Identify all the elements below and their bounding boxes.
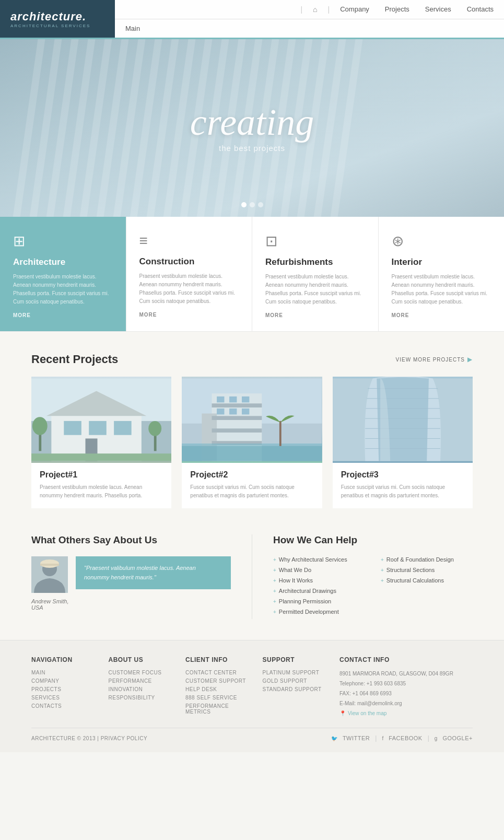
help-item-7[interactable]: + Roof & Foundation Design	[381, 556, 473, 563]
bullet-icon: +	[273, 578, 276, 584]
help-item-1[interactable]: + Why Architectural Services	[273, 556, 365, 563]
svg-rect-7	[114, 421, 132, 435]
social-twitter[interactable]: TWITTER	[343, 735, 370, 741]
svg-rect-23	[229, 396, 237, 402]
testimonial-quote-box: "Praesent valibulum molestie lacus. Aene…	[76, 556, 231, 589]
nav-top-links: Company Projects Services Contacts	[340, 5, 494, 13]
footer-support-standard[interactable]: STANDARD SUPPORT	[263, 686, 330, 692]
footer-nav-main[interactable]: MAIN	[31, 670, 98, 675]
footer-client-metrics[interactable]: PERFORMANCE METRICS	[185, 703, 252, 715]
view-more-projects[interactable]: VIEW MORE PROJECTS ▶	[396, 356, 473, 363]
project-img-3	[333, 377, 473, 463]
help-col-1: + Why Architectural Services + What We D…	[273, 556, 365, 619]
service-more-architecture[interactable]: MORE	[13, 312, 113, 318]
bullet-icon: +	[381, 578, 384, 584]
help-item-9[interactable]: + Structural Calculations	[381, 577, 473, 584]
hero-subtitle: the best projects	[190, 144, 314, 153]
home-icon[interactable]: ⌂	[313, 5, 317, 14]
footer-about-innovation[interactable]: INNOVATION	[109, 686, 175, 692]
footer-contact-title: Contact Info	[339, 656, 473, 663]
help-item-8[interactable]: + Structural Sections	[381, 567, 473, 573]
svg-rect-20	[212, 428, 262, 433]
footer-client-self[interactable]: 888 SELF SERVICE	[185, 695, 252, 701]
footer-support-gold[interactable]: GOLD SUPPORT	[263, 678, 330, 684]
projects-grid: Project#1 Praesent vestibulum molestie l…	[31, 377, 473, 508]
footer-nav-contacts[interactable]: CONTACTS	[31, 703, 98, 709]
social-facebook[interactable]: FACEBOOK	[389, 735, 423, 741]
nav-projects[interactable]: Projects	[385, 5, 409, 13]
help-cols: + Why Architectural Services + What We D…	[273, 556, 473, 619]
help-label-6: Permitted Development	[279, 609, 339, 615]
bullet-icon: +	[273, 609, 276, 615]
service-more-interior[interactable]: MORE	[392, 312, 491, 318]
footer-nav-projects[interactable]: PROJECTS	[31, 686, 98, 692]
help-col-2: + Roof & Foundation Design + Structural …	[381, 556, 473, 619]
hero-dot-1[interactable]	[241, 202, 247, 207]
logo-area: architecture. ARCHITECTURAL SERVICES	[0, 0, 115, 38]
nav-main[interactable]: Main	[125, 25, 140, 32]
service-more-refurbishments[interactable]: MORE	[265, 312, 365, 318]
footer-contact-col: Contact Info 8901 MARMORA ROAD, GLASGOW,…	[339, 656, 473, 717]
help-item-4[interactable]: + Architectural Drawings	[273, 588, 365, 594]
footer-client-support[interactable]: CUSTOMER SUPPORT	[185, 678, 252, 684]
refurbishments-icon: ⊡	[265, 232, 365, 250]
svg-rect-18	[212, 403, 262, 407]
nav-separator-1: |	[300, 5, 302, 14]
help-item-6[interactable]: + Permitted Development	[273, 609, 365, 615]
footer-support-platinum[interactable]: PLATINUM SUPPORT	[263, 670, 330, 675]
header: architecture. ARCHITECTURAL SERVICES | ⌂…	[0, 0, 504, 39]
project-desc-1: Praesent vestibulum molestie lacus. Aene…	[40, 483, 163, 500]
hero-dot-2[interactable]	[250, 202, 255, 207]
footer-about-title: About Us	[109, 656, 175, 663]
help-label-5: Planning Permission	[279, 598, 331, 604]
footer-nav-services[interactable]: SERVICES	[31, 695, 98, 701]
help-item-5[interactable]: + Planning Permission	[273, 598, 365, 604]
testimonial-text: "Praesent valibulum molestie lacus. Aene…	[84, 564, 222, 582]
map-link[interactable]: 📍 View on the map	[339, 710, 473, 716]
svg-rect-9	[31, 453, 171, 461]
logo-subtitle: ARCHITECTURAL SERVICES	[10, 24, 104, 28]
help-label-3: How It Works	[279, 577, 313, 584]
footer-about-performance[interactable]: PERFORMANCE	[109, 678, 175, 684]
author-country: USA	[31, 604, 43, 611]
view-more-label: VIEW MORE PROJECTS	[396, 357, 465, 363]
project-name-3: Project#3	[341, 470, 464, 480]
service-card-interior: ⊛ Interior Praesent vestibulum molestie …	[379, 217, 505, 331]
footer-client-contact[interactable]: CONTACT CENTER	[185, 670, 252, 675]
footer-nav-company[interactable]: COMPANY	[31, 678, 98, 684]
svg-rect-24	[242, 396, 249, 402]
help-label-1: Why Architectural Services	[279, 556, 347, 563]
project-info-2: Project#2 Fusce suscipit varius mi. Cum …	[182, 463, 322, 508]
service-title-interior: Interior	[392, 257, 491, 267]
project-img-house	[31, 377, 171, 463]
logo-name: architecture.	[10, 10, 104, 24]
nav-separator-2: |	[328, 5, 330, 14]
help-item-3[interactable]: + How It Works	[273, 577, 365, 584]
project-img-1	[31, 377, 171, 463]
service-text-interior: Praesent vestibulum molestie lacus. Aene…	[392, 273, 491, 306]
nav-services[interactable]: Services	[425, 5, 451, 13]
hero-dot-3[interactable]	[258, 202, 263, 207]
service-title-refurbishments: Refurbishments	[265, 257, 365, 267]
testimonial-section: What Others Say About Us "Praesent valib…	[31, 534, 252, 619]
footer-about-responsibility[interactable]: RESPONSIBILITY	[109, 695, 175, 701]
social-sep-2: |	[428, 734, 429, 742]
nav-company[interactable]: Company	[340, 5, 369, 13]
service-more-construction[interactable]: MORE	[139, 312, 239, 318]
help-label-4: Architectural Drawings	[279, 588, 336, 594]
footer-nav-title: Navigation	[31, 656, 98, 663]
nav-contacts[interactable]: Contacts	[467, 5, 494, 13]
footer-client-helpdesk[interactable]: HELP DESK	[185, 686, 252, 692]
service-text-construction: Praesent vestibulum molestie lacus. Aene…	[139, 272, 239, 306]
service-card-refurbishments: ⊡ Refurbishments Praesent vestibulum mol…	[252, 217, 379, 331]
view-more-icon: ▶	[467, 356, 473, 363]
testimonial-author: Andrew Smith, USA	[31, 598, 231, 611]
footer-about-customer[interactable]: CUSTOMER FOCUS	[109, 670, 175, 675]
svg-rect-19	[212, 416, 262, 420]
social-google[interactable]: GOOGLE+	[442, 735, 473, 741]
hero-title: creating	[190, 103, 314, 141]
help-item-2[interactable]: + What We Do	[273, 567, 365, 573]
footer-about-col: About Us CUSTOMER FOCUS PERFORMANCE INNO…	[109, 656, 175, 717]
footer-support-title: Support	[263, 656, 330, 663]
footer-cols: Navigation MAIN COMPANY PROJECTS SERVICE…	[31, 656, 473, 728]
